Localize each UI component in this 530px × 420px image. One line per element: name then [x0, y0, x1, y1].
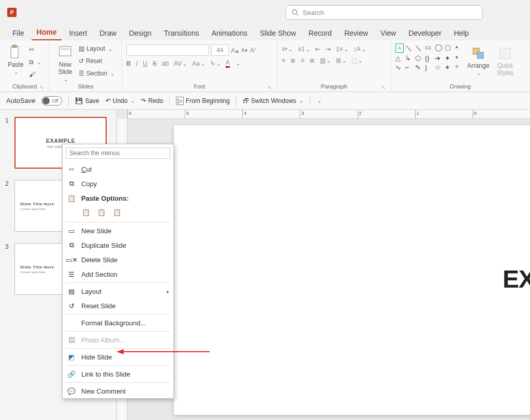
tab-design[interactable]: Design [124, 27, 157, 40]
shapes-gallery[interactable]: A ＼ ＼ ▭ ◯ ▢ ▴ △ ↳ ⬡ {} ➔ ✦ ▾ ∿ ⌐ ✎ } ☆ ✶ [395, 43, 463, 71]
cm-format-background[interactable]: Format Background... [63, 316, 173, 330]
cm-duplicate-slide[interactable]: ⧉Duplicate Slide [63, 238, 173, 252]
line-spacing-button[interactable]: ‡≡⌄ [336, 46, 348, 53]
oval-icon[interactable]: ◯ [435, 43, 443, 53]
font-color-button[interactable]: A [226, 59, 230, 68]
qat-customize-icon[interactable]: ⌄ [317, 98, 321, 103]
star5-icon[interactable]: ☆ [435, 64, 443, 71]
strike-button[interactable]: S [153, 60, 157, 67]
cm-layout[interactable]: ▤Layout▸ [63, 284, 173, 298]
numbering-button[interactable]: ≡1⌄ [298, 46, 310, 53]
tab-insert[interactable]: Insert [64, 27, 92, 40]
cm-reset-slide[interactable]: ↺Reset Slide [63, 298, 173, 313]
cm-cut[interactable]: ✂Cut [63, 162, 173, 176]
highlight-button[interactable]: ✎⌄ [210, 60, 220, 67]
tab-draw[interactable]: Draw [94, 27, 122, 40]
align-text-button[interactable]: ⊞⌄ [336, 57, 346, 64]
paste-keep-source-icon[interactable]: 📋 [81, 207, 91, 217]
tab-animations[interactable]: Animations [207, 27, 253, 40]
new-slide-button[interactable]: New Slide⌄ [54, 42, 77, 82]
connector-icon[interactable]: ↳ [405, 54, 414, 62]
font-launcher-icon[interactable]: ⤡ [268, 85, 272, 90]
textbox-icon[interactable]: A [395, 43, 404, 53]
align-right-button[interactable]: ≡ [301, 57, 304, 64]
font-size-combo[interactable]: 44 [211, 44, 229, 56]
brace-icon[interactable]: {} [425, 54, 433, 62]
align-center-button[interactable]: ≣ [290, 57, 296, 64]
line-icon[interactable]: ＼ [405, 43, 414, 53]
indent-decrease-button[interactable]: ⇤ [315, 46, 320, 53]
tab-view[interactable]: View [375, 27, 401, 40]
scroll-up-icon[interactable]: ▴ [455, 43, 463, 53]
freeform-icon[interactable]: ✎ [415, 64, 423, 71]
triangle-icon[interactable]: △ [395, 54, 404, 62]
redo-button[interactable]: ↷Redo [141, 96, 163, 106]
copy-button[interactable]: ⧉⌄ [29, 57, 41, 67]
paste-picture-icon[interactable]: 📋 [112, 207, 122, 217]
tab-review[interactable]: Review [339, 27, 373, 40]
scroll-dn-icon[interactable]: ▾ [455, 54, 463, 62]
bold-button[interactable]: B [126, 60, 131, 67]
underline-button[interactable]: U [143, 60, 148, 67]
indent-increase-button[interactable]: ⇥ [326, 46, 331, 53]
cut-button[interactable]: ✂ [29, 44, 41, 55]
format-painter-button[interactable]: 🖌 [29, 69, 41, 80]
roundrect-icon[interactable]: ▢ [445, 43, 453, 53]
columns-button[interactable]: ▥⌄ [320, 57, 331, 64]
italic-button[interactable]: I [136, 60, 138, 67]
align-left-button[interactable]: ≡ [282, 57, 285, 64]
cm-add-section[interactable]: ☰Add Section [63, 267, 173, 281]
slide-canvas[interactable]: EXAMPLE Your subtitle here [174, 125, 530, 415]
layout-button[interactable]: ▤Layout⌄ [79, 43, 114, 54]
hexagon-icon[interactable]: ⬡ [415, 54, 423, 62]
increase-font-icon[interactable]: A▴ [231, 47, 239, 54]
line2-icon[interactable]: ＼ [415, 43, 423, 53]
cm-delete-slide[interactable]: ▭✕Delete Slide [63, 252, 173, 267]
search-box[interactable]: Search [286, 5, 482, 20]
cm-copy[interactable]: ⧉Copy [63, 176, 173, 191]
shadow-button[interactable]: ab [162, 60, 169, 67]
tab-slideshow[interactable]: Slide Show [255, 27, 301, 40]
cm-link-to-slide[interactable]: 🔗Link to this Slide [63, 367, 173, 381]
save-button[interactable]: 💾Save [75, 96, 99, 106]
text-direction-button[interactable]: ↕A⌄ [354, 46, 366, 53]
tab-file[interactable]: File [7, 27, 30, 40]
context-search-input[interactable] [66, 147, 170, 159]
paste-button[interactable]: Paste⌄ [4, 42, 27, 75]
reset-button[interactable]: ↺Reset [79, 56, 114, 66]
elbow-icon[interactable]: ⌐ [405, 64, 414, 71]
from-beginning-button[interactable]: ▷From Beginning [176, 96, 230, 106]
tab-home[interactable]: Home [32, 26, 62, 40]
tab-record[interactable]: Record [303, 27, 337, 40]
justify-button[interactable]: ≣ [310, 57, 315, 64]
star6-icon[interactable]: ✶ [445, 64, 453, 71]
slide-title[interactable]: EXAMPLE [503, 265, 530, 293]
clipboard-launcher-icon[interactable]: ⤡ [40, 85, 44, 90]
tab-developer[interactable]: Developer [403, 27, 447, 40]
paragraph-launcher-icon[interactable]: ⤡ [381, 85, 386, 90]
paste-dest-theme-icon[interactable]: 📋 [97, 207, 106, 217]
arrow-r-icon[interactable]: ➔ [435, 54, 443, 62]
bullets-button[interactable]: ≡•⌄ [282, 46, 292, 53]
switch-windows-button[interactable]: 🗗Switch Windows⌄ [243, 96, 303, 106]
section-button[interactable]: ☰Section⌄ [79, 68, 114, 79]
tab-help[interactable]: Help [449, 27, 474, 40]
curve-icon[interactable]: ∿ [395, 64, 404, 71]
undo-button[interactable]: ↶Undo⌄ [106, 96, 135, 106]
smartart-button[interactable]: ⬚⌄ [351, 57, 362, 64]
star4-icon[interactable]: ✦ [445, 54, 453, 62]
cm-new-slide[interactable]: ▭New Slide [63, 223, 173, 238]
clear-format-icon[interactable]: A⁄ [250, 47, 255, 54]
font-name-combo[interactable] [126, 44, 209, 56]
tab-transitions[interactable]: Transitions [159, 27, 204, 40]
change-case-button[interactable]: Aa⌄ [192, 60, 205, 67]
gallery-more-icon[interactable]: ≡ [455, 64, 463, 71]
cm-new-comment[interactable]: 💬New Comment [63, 384, 173, 398]
quick-styles-button[interactable]: Quick Styles [494, 43, 517, 77]
arrange-button[interactable]: Arrange⌄ [467, 43, 490, 76]
decrease-font-icon[interactable]: A▾ [241, 47, 248, 54]
brace2-icon[interactable]: } [425, 64, 433, 71]
autosave-toggle[interactable]: Off [41, 96, 62, 106]
char-spacing-button[interactable]: AV⌄ [174, 60, 187, 67]
rect-icon[interactable]: ▭ [425, 43, 433, 53]
